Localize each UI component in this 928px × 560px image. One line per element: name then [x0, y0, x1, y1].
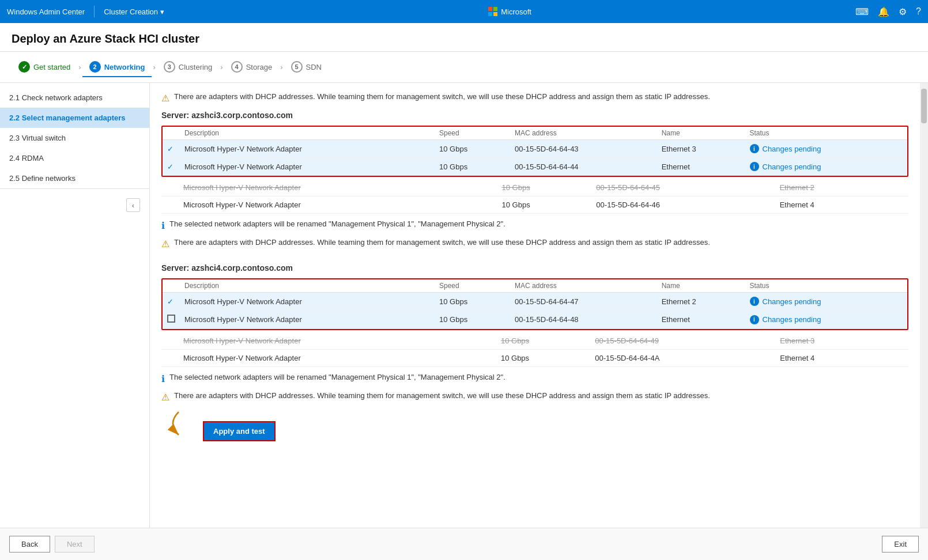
annotation-arrow — [161, 418, 196, 441]
s1-r3-name: Ethernet 2 — [775, 179, 885, 196]
s2-r4-description: Microsoft Hyper-V Network Adapter — [179, 350, 496, 367]
exit-button[interactable]: Exit — [882, 536, 919, 553]
step-sdn[interactable]: 5 SDN — [284, 58, 329, 77]
warning-icon-s2: ⚠ — [161, 392, 169, 403]
server2-adapter-table: Description Speed MAC address Name Statu… — [163, 279, 907, 329]
s1-r3-description: Microsoft Hyper-V Network Adapter — [179, 179, 497, 196]
s2-r1-mac: 00-15-5D-64-64-47 — [510, 293, 657, 311]
s1-r3-mac: 00-15-5D-64-64-45 — [591, 179, 775, 196]
s2-r4-speed: 10 Gbps — [496, 350, 590, 367]
content-area: ⚠ There are adapters with DHCP addresses… — [150, 83, 920, 528]
table-row[interactable]: ✓ Microsoft Hyper-V Network Adapter 10 G… — [163, 293, 907, 311]
s1-r2-mac: 00-15-5D-64-64-44 — [510, 158, 657, 176]
table-row[interactable]: Microsoft Hyper-V Network Adapter 10 Gbp… — [161, 179, 908, 196]
microsoft-label: Microsoft — [501, 7, 531, 16]
top-warning-text: There are adapters with DHCP addresses. … — [174, 92, 710, 101]
table-row[interactable]: Microsoft Hyper-V Network Adapter 10 Gbp… — [163, 311, 907, 329]
s2-r3-description: Microsoft Hyper-V Network Adapter — [179, 332, 496, 350]
step-label-storage: Storage — [246, 63, 273, 71]
scrollbar-thumb[interactable] — [921, 89, 927, 123]
table-row[interactable]: Microsoft Hyper-V Network Adapter 10 Gbp… — [161, 196, 908, 214]
s2-r1-speed: 10 Gbps — [435, 293, 510, 311]
server1-col-mac: MAC address — [510, 127, 657, 140]
bottom-bar: Back Next Exit — [0, 528, 928, 560]
top-bar-left: Windows Admin Center Cluster Creation ▾ — [7, 6, 164, 17]
step-storage[interactable]: 4 Storage — [224, 58, 280, 77]
s1-r2-description: Microsoft Hyper-V Network Adapter — [180, 158, 435, 176]
terminal-icon[interactable]: ⌨ — [855, 6, 869, 17]
checkbox-icon[interactable] — [167, 315, 175, 323]
s1-r4-description: Microsoft Hyper-V Network Adapter — [179, 196, 497, 214]
cluster-creation-label: Cluster Creation — [104, 7, 158, 16]
sidebar-item-select-management-adapters[interactable]: 2.2 Select management adapters — [0, 108, 149, 128]
check-icon: ✓ — [167, 145, 173, 153]
sidebar-item-virtual-switch[interactable]: 2.3 Virtual switch — [0, 128, 149, 148]
server1-col-name: Name — [657, 127, 745, 140]
step-circle-storage: 4 — [231, 61, 243, 73]
server2-col-status: Status — [745, 279, 908, 293]
step-arrow-3: › — [220, 63, 222, 71]
page-title-bar: Deploy an Azure Stack HCI cluster — [0, 23, 928, 52]
s2-r2-description: Microsoft Hyper-V Network Adapter — [180, 311, 435, 329]
microsoft-logo: Microsoft — [488, 7, 531, 16]
server1-warning-note: ⚠ There are adapters with DHCP addresses… — [161, 238, 908, 249]
table-row[interactable]: Microsoft Hyper-V Network Adapter 10 Gbp… — [161, 332, 908, 350]
sidebar-label-define-networks: 2.5 Define networks — [9, 174, 76, 183]
s1-r4-speed: 10 Gbps — [497, 196, 592, 214]
server2-unselected-table: Microsoft Hyper-V Network Adapter 10 Gbp… — [161, 332, 908, 367]
sidebar-label-check-network-adapters: 2.1 Check network adapters — [9, 93, 103, 102]
table-row[interactable]: Microsoft Hyper-V Network Adapter 10 Gbp… — [161, 350, 908, 367]
top-warning-banner: ⚠ There are adapters with DHCP addresses… — [161, 92, 908, 104]
table-row[interactable]: ✓ Microsoft Hyper-V Network Adapter 10 G… — [163, 158, 907, 176]
step-circle-networking: 2 — [89, 61, 101, 73]
ms-logo-grid — [488, 7, 497, 16]
server2-warning-text: There are adapters with DHCP addresses. … — [174, 391, 710, 400]
back-button[interactable]: Back — [9, 536, 50, 553]
top-bar-right: ⌨ 🔔 ⚙ ? — [855, 6, 921, 17]
gear-icon[interactable]: ⚙ — [899, 6, 907, 17]
server1-col-speed: Speed — [435, 127, 510, 140]
sidebar-label-select-management-adapters: 2.2 Select management adapters — [9, 113, 126, 122]
step-label-get-started: Get started — [33, 63, 70, 71]
s1-r2-status: iChanges pending — [750, 162, 903, 171]
page-title: Deploy an Azure Stack HCI cluster — [12, 32, 916, 46]
step-circle-get-started: ✓ — [18, 61, 30, 73]
step-label-clustering: Clustering — [179, 63, 213, 71]
server2-col-mac: MAC address — [510, 279, 657, 293]
sidebar-item-check-network-adapters[interactable]: 2.1 Check network adapters — [0, 88, 149, 108]
step-get-started[interactable]: ✓ Get started — [12, 58, 77, 77]
s2-r2-name: Ethernet — [657, 311, 745, 329]
s1-r2-name: Ethernet — [657, 158, 745, 176]
step-clustering[interactable]: 3 Clustering — [157, 58, 220, 77]
s1-r2-speed: 10 Gbps — [435, 158, 510, 176]
top-bar: Windows Admin Center Cluster Creation ▾ … — [0, 0, 928, 23]
s2-r2-status: iChanges pending — [750, 315, 903, 324]
s1-r1-name: Ethernet 3 — [657, 140, 745, 158]
s1-r4-name: Ethernet 4 — [775, 196, 885, 214]
sidebar-label-rdma: 2.4 RDMA — [9, 154, 44, 162]
server1-section: Server: azshci3.corp.contoso.com Descrip… — [161, 111, 908, 249]
apply-and-test-button[interactable]: Apply and test — [203, 421, 276, 441]
server1-selected-adapters-box: Description Speed MAC address Name Statu… — [161, 126, 908, 177]
server2-selected-adapters-box: Description Speed MAC address Name Statu… — [161, 278, 908, 330]
collapse-sidebar-button[interactable]: ‹ — [126, 198, 140, 212]
server2-info-note: ℹ The selected network adapters will be … — [161, 373, 908, 384]
help-icon[interactable]: ? — [916, 6, 921, 17]
cluster-creation-menu[interactable]: Cluster Creation ▾ — [104, 7, 164, 16]
server2-col-name: Name — [657, 279, 745, 293]
chevron-down-icon: ▾ — [160, 7, 164, 16]
step-label-sdn: SDN — [306, 63, 322, 71]
step-networking[interactable]: 2 Networking — [82, 58, 152, 77]
sidebar-item-rdma[interactable]: 2.4 RDMA — [0, 148, 149, 168]
s2-r3-name: Ethernet 3 — [775, 332, 885, 350]
table-row[interactable]: ✓ Microsoft Hyper-V Network Adapter 10 G… — [163, 140, 907, 158]
server2-warning-note: ⚠ There are adapters with DHCP addresses… — [161, 391, 908, 403]
step-circle-clustering: 3 — [164, 61, 175, 73]
s1-r1-status: iChanges pending — [750, 144, 903, 153]
sidebar-item-define-networks[interactable]: 2.5 Define networks — [0, 168, 149, 188]
scrollbar[interactable] — [920, 83, 928, 528]
sidebar-label-virtual-switch: 2.3 Virtual switch — [9, 134, 66, 142]
server2-info-text: The selected network adapters will be re… — [169, 373, 506, 381]
bell-icon[interactable]: 🔔 — [878, 6, 889, 17]
bottom-left-buttons: Back Next — [9, 536, 95, 553]
